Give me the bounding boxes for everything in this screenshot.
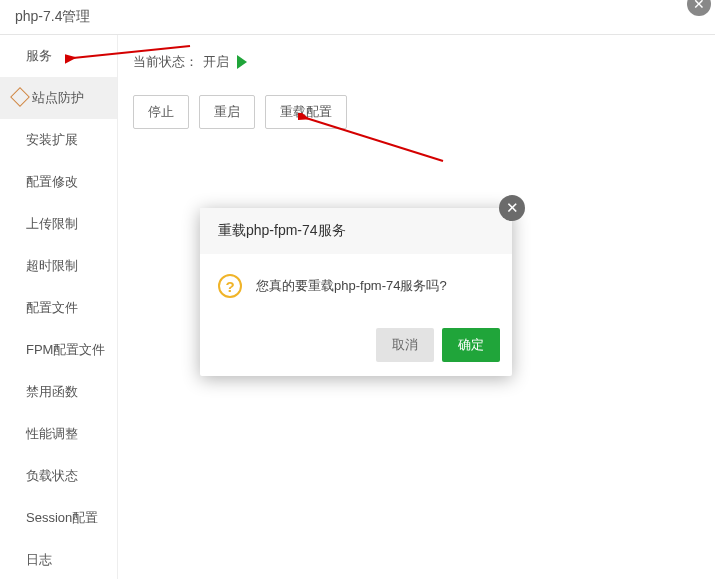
modal-message: 您真的要重载php-fpm-74服务吗? [256,277,447,295]
sidebar-item-disabled-funcs[interactable]: 禁用函数 [0,371,117,413]
modal-footer: 取消 确定 [200,318,512,376]
sidebar-item-fpm-config[interactable]: FPM配置文件 [0,329,117,371]
stop-button[interactable]: 停止 [133,95,189,129]
action-button-row: 停止 重启 重载配置 [133,95,700,129]
sidebar-item-perf-tuning[interactable]: 性能调整 [0,413,117,455]
sidebar-item-timeout[interactable]: 超时限制 [0,245,117,287]
diamond-icon [10,87,30,107]
ok-button[interactable]: 确定 [442,328,500,362]
sidebar-item-label: 性能调整 [26,426,78,441]
sidebar-item-config-file[interactable]: 配置文件 [0,287,117,329]
sidebar-item-label: 服务 [26,48,52,63]
status-value: 开启 [203,53,229,71]
titlebar: php-7.4管理 [0,0,715,35]
sidebar-item-label: Session配置 [26,510,98,525]
sidebar-item-label: 站点防护 [32,90,84,105]
sidebar-item-label: FPM配置文件 [26,342,105,357]
sidebar-item-label: 负载状态 [26,468,78,483]
sidebar-item-label: 日志 [26,552,52,567]
sidebar-item-upload-limit[interactable]: 上传限制 [0,203,117,245]
close-icon: ✕ [693,0,705,12]
modal-body: ? 您真的要重载php-fpm-74服务吗? [200,254,512,318]
sidebar-item-label: 安装扩展 [26,132,78,147]
sidebar-item-config-edit[interactable]: 配置修改 [0,161,117,203]
sidebar-item-session-config[interactable]: Session配置 [0,497,117,539]
reload-config-button[interactable]: 重载配置 [265,95,347,129]
question-icon: ? [218,274,242,298]
modal-close-button[interactable]: ✕ [499,195,525,221]
play-icon [237,55,247,69]
sidebar: 服务 站点防护 安装扩展 配置修改 上传限制 超时限制 配置文件 FPM配置文件… [0,35,118,579]
sidebar-item-label: 配置修改 [26,174,78,189]
status-row: 当前状态： 开启 [133,53,700,71]
sidebar-item-install-ext[interactable]: 安装扩展 [0,119,117,161]
sidebar-item-load-status[interactable]: 负载状态 [0,455,117,497]
sidebar-item-label: 禁用函数 [26,384,78,399]
sidebar-item-site-protection[interactable]: 站点防护 [0,77,117,119]
confirm-modal: ✕ 重载php-fpm-74服务 ? 您真的要重载php-fpm-74服务吗? … [200,208,512,376]
close-icon: ✕ [506,199,519,217]
restart-button[interactable]: 重启 [199,95,255,129]
window-title: php-7.4管理 [15,8,90,26]
sidebar-item-log[interactable]: 日志 [0,539,117,579]
status-label: 当前状态： [133,53,198,71]
sidebar-item-label: 上传限制 [26,216,78,231]
sidebar-item-label: 超时限制 [26,258,78,273]
cancel-button[interactable]: 取消 [376,328,434,362]
modal-title: 重载php-fpm-74服务 [200,208,512,254]
sidebar-item-label: 配置文件 [26,300,78,315]
sidebar-item-service[interactable]: 服务 [0,35,117,77]
